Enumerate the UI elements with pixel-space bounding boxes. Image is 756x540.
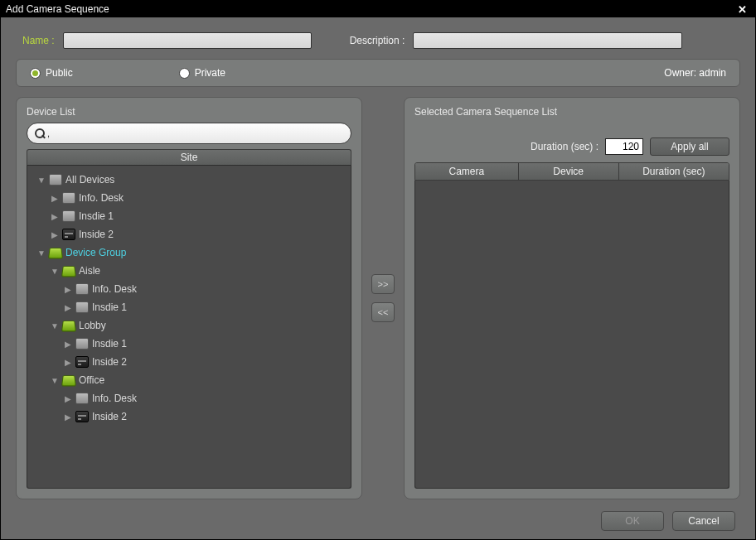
cancel-button[interactable]: Cancel xyxy=(672,511,735,531)
dvr-icon xyxy=(75,411,89,422)
box-icon xyxy=(75,393,89,404)
row-name-description: Name : Description : xyxy=(11,32,745,49)
radio-dot-icon xyxy=(30,68,41,79)
chevron-down-icon[interactable] xyxy=(37,176,46,185)
box-icon xyxy=(62,192,75,204)
col-camera[interactable]: Camera xyxy=(415,163,519,180)
selected-list-title: Selected Camera Sequence List xyxy=(414,106,729,118)
tree-node-label: Insdie 1 xyxy=(79,210,114,222)
panel-selected-list: Selected Camera Sequence List Duration (… xyxy=(404,97,740,499)
radio-public-label: Public xyxy=(46,67,73,79)
tree-node[interactable]: Inside 2 xyxy=(31,353,347,371)
ok-button[interactable]: OK xyxy=(601,511,664,531)
tree-node[interactable]: Insdie 1 xyxy=(31,298,347,316)
col-duration[interactable]: Duration (sec) xyxy=(619,163,729,180)
tree-node-label: Insdie 1 xyxy=(92,338,127,350)
radio-public[interactable]: Public xyxy=(30,67,73,79)
owner-label: Owner: admin xyxy=(664,67,726,79)
dvr-icon xyxy=(75,356,89,368)
transfer-buttons: >> << xyxy=(369,97,397,499)
tree-node[interactable]: All Devices xyxy=(31,171,347,189)
tree-node[interactable]: Info. Desk xyxy=(31,280,347,298)
tree-node-label: Insdie 1 xyxy=(92,301,127,313)
chevron-down-icon[interactable] xyxy=(51,321,59,330)
selected-grid-body[interactable] xyxy=(414,181,729,489)
chevron-right-icon[interactable] xyxy=(51,194,59,203)
apply-all-button[interactable]: Apply all xyxy=(650,137,729,156)
tree-node[interactable]: Insdie 1 xyxy=(31,335,347,353)
dialog-add-camera-sequence: Add Camera Sequence ✕ Name : Description… xyxy=(1,1,755,539)
chevron-right-icon[interactable] xyxy=(64,394,72,403)
description-label: Description : xyxy=(350,35,405,46)
box-icon xyxy=(49,174,62,186)
chevron-right-icon[interactable] xyxy=(64,358,72,367)
remove-button[interactable]: << xyxy=(371,302,395,322)
radio-private-label: Private xyxy=(195,67,225,79)
tree-node[interactable]: Info. Desk xyxy=(31,389,347,407)
tree-node[interactable]: Lobby xyxy=(31,316,347,335)
green-icon xyxy=(48,248,63,258)
green-icon xyxy=(61,375,76,386)
green-icon xyxy=(61,321,76,331)
green-icon xyxy=(61,266,76,277)
tree-node-label: Office xyxy=(79,374,104,386)
tree-node-label: Inside 2 xyxy=(79,229,114,240)
dvr-icon xyxy=(62,229,75,240)
chevron-down-icon[interactable] xyxy=(37,248,46,258)
duration-input[interactable] xyxy=(605,138,643,155)
chevron-down-icon[interactable] xyxy=(51,376,59,385)
col-device[interactable]: Device xyxy=(519,163,619,180)
tree-node-label: Info. Desk xyxy=(92,283,137,295)
tree-node-label: Aisle xyxy=(79,265,100,277)
chevron-right-icon[interactable] xyxy=(64,340,72,349)
tree-node-label: Device Group xyxy=(65,247,126,258)
dialog-body: Name : Description : Public Private Owne… xyxy=(1,17,755,539)
search-icon xyxy=(34,128,46,139)
chevron-down-icon[interactable] xyxy=(51,267,59,276)
titlebar[interactable]: Add Camera Sequence ✕ xyxy=(1,1,755,17)
dialog-footer: OK Cancel xyxy=(11,506,745,531)
search-input[interactable] xyxy=(55,125,344,142)
description-input[interactable] xyxy=(413,32,682,49)
chevron-right-icon[interactable] xyxy=(51,230,59,239)
search-box[interactable]: , xyxy=(27,123,351,144)
device-tree[interactable]: All DevicesInfo. DeskInsdie 1Inside 2Dev… xyxy=(27,166,351,489)
box-icon xyxy=(75,338,89,350)
main-area: Device List , Site All DevicesInfo. Desk… xyxy=(16,97,740,499)
tree-node-label: Lobby xyxy=(79,320,106,331)
tree-node[interactable]: Inside 2 xyxy=(31,225,347,243)
chevron-right-icon[interactable] xyxy=(51,212,59,221)
chevron-right-icon[interactable] xyxy=(64,285,72,294)
tree-node-label: Info. Desk xyxy=(79,192,124,204)
name-input[interactable] xyxy=(63,32,312,49)
box-icon xyxy=(75,301,89,313)
chevron-right-icon[interactable] xyxy=(64,412,72,422)
tree-node[interactable]: Info. Desk xyxy=(31,189,347,207)
tree-node[interactable]: Office xyxy=(31,371,347,389)
duration-row: Duration (sec) : Apply all xyxy=(414,137,729,156)
chevron-right-icon[interactable] xyxy=(64,303,72,312)
search-comma-icon: , xyxy=(47,128,50,138)
visibility-bar: Public Private Owner: admin xyxy=(16,59,740,87)
device-list-title: Device List xyxy=(27,106,351,118)
name-label: Name : xyxy=(22,35,55,46)
radio-dot-icon xyxy=(179,68,190,79)
box-icon xyxy=(62,210,75,222)
radio-private[interactable]: Private xyxy=(179,67,225,79)
add-button[interactable]: >> xyxy=(371,274,395,294)
tree-node[interactable]: Inside 2 xyxy=(31,407,347,426)
selected-grid-header: Camera Device Duration (sec) xyxy=(414,162,729,181)
duration-label: Duration (sec) : xyxy=(531,141,598,152)
tree-node[interactable]: Aisle xyxy=(31,262,347,280)
window-title: Add Camera Sequence xyxy=(6,3,734,15)
tree-node[interactable]: Insdie 1 xyxy=(31,207,347,225)
panel-device-list: Device List , Site All DevicesInfo. Desk… xyxy=(16,97,362,499)
tree-node-label: Inside 2 xyxy=(92,356,127,368)
box-icon xyxy=(75,283,89,295)
tree-node-label: All Devices xyxy=(65,174,114,186)
tree-node[interactable]: Device Group xyxy=(31,243,347,262)
tree-node-label: Inside 2 xyxy=(92,411,127,422)
tree-node-label: Info. Desk xyxy=(92,393,137,404)
site-column-header[interactable]: Site xyxy=(27,149,351,166)
close-icon[interactable]: ✕ xyxy=(734,3,750,16)
